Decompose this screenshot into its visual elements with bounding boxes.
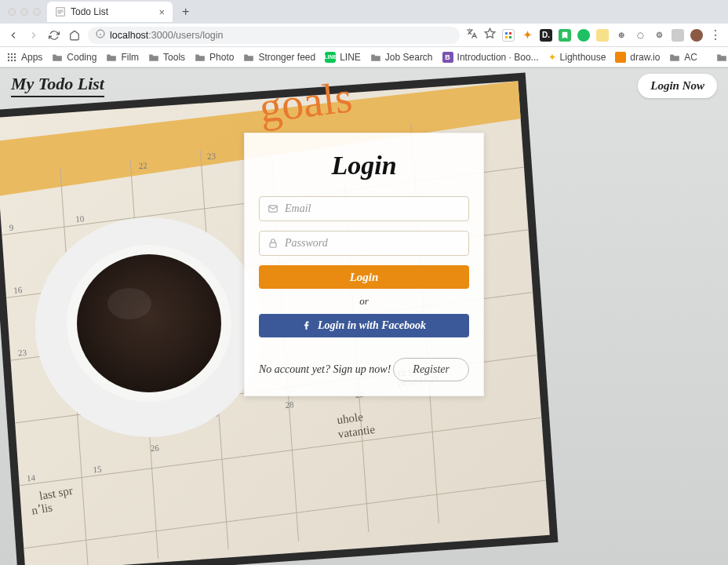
svg-marker-4 bbox=[485, 28, 495, 38]
bookmark-folder[interactable]: Tools bbox=[148, 52, 185, 63]
signup-prompt: No account yet? Sign up now! bbox=[259, 363, 391, 376]
svg-point-11 bbox=[14, 53, 16, 54]
address-bar[interactable]: localhost:3000/users/login bbox=[88, 27, 460, 44]
svg-text:15: 15 bbox=[93, 464, 102, 474]
tab-close-icon[interactable]: × bbox=[158, 6, 165, 18]
svg-point-55 bbox=[77, 254, 221, 392]
svg-rect-5 bbox=[505, 32, 508, 35]
bookmark-folder[interactable]: Film bbox=[106, 52, 139, 63]
extension-icon[interactable]: ✦ bbox=[521, 29, 533, 42]
svg-text:23: 23 bbox=[207, 151, 217, 161]
extension-icon[interactable] bbox=[559, 29, 571, 42]
bookmark-item[interactable]: LINELINE bbox=[325, 52, 361, 63]
extension-icon[interactable]: ⚙ bbox=[653, 29, 665, 42]
signup-row: No account yet? Sign up now! Register bbox=[259, 358, 469, 381]
svg-point-15 bbox=[8, 59, 9, 60]
window-close-dot[interactable] bbox=[8, 8, 16, 16]
apps-button[interactable]: Apps bbox=[6, 52, 42, 63]
page-content: goals 910 1623 1415 2223 bbox=[0, 68, 728, 565]
lock-icon bbox=[268, 238, 278, 249]
svg-point-13 bbox=[11, 56, 13, 57]
svg-text:22: 22 bbox=[138, 160, 147, 170]
svg-text:23: 23 bbox=[17, 348, 27, 358]
svg-point-17 bbox=[14, 59, 16, 60]
bookmark-item[interactable]: draw.io bbox=[615, 52, 660, 63]
svg-text:26: 26 bbox=[150, 443, 159, 453]
extension-icon[interactable]: ◌ bbox=[634, 29, 646, 42]
email-field[interactable] bbox=[285, 202, 460, 215]
extension-icon[interactable]: D. bbox=[540, 29, 552, 42]
window-max-dot[interactable] bbox=[33, 8, 41, 16]
svg-rect-8 bbox=[509, 36, 511, 38]
bookmark-folder[interactable]: AC bbox=[669, 52, 697, 63]
password-field[interactable] bbox=[285, 237, 460, 250]
translate-icon[interactable] bbox=[466, 27, 478, 42]
tab-favicon-icon bbox=[55, 6, 66, 17]
page-topbar: My Todo List Login Now bbox=[0, 68, 728, 103]
profile-avatar-icon[interactable] bbox=[690, 29, 703, 42]
svg-point-12 bbox=[8, 56, 9, 57]
svg-rect-58 bbox=[270, 242, 276, 247]
facebook-login-label: Login in with Facebook bbox=[318, 319, 426, 332]
svg-point-10 bbox=[11, 53, 13, 54]
back-button[interactable] bbox=[6, 28, 20, 42]
password-input-wrap[interactable] bbox=[259, 231, 469, 256]
extension-icon[interactable] bbox=[596, 29, 609, 42]
extension-icon[interactable] bbox=[672, 29, 684, 42]
other-bookmarks[interactable]: Other Bookmarks bbox=[716, 52, 728, 63]
star-icon[interactable] bbox=[484, 27, 496, 42]
svg-point-16 bbox=[11, 59, 13, 60]
svg-text:14: 14 bbox=[27, 472, 36, 483]
svg-rect-6 bbox=[509, 32, 511, 35]
login-button[interactable]: Login bbox=[259, 265, 469, 289]
extension-icon[interactable] bbox=[502, 29, 515, 42]
bookmark-folder[interactable]: Coding bbox=[52, 52, 96, 63]
browser-toolbar: localhost:3000/users/login ✦ D. ⊕ ◌ ⚙ ⋮ bbox=[0, 24, 728, 47]
envelope-icon bbox=[268, 203, 278, 214]
bookmark-item[interactable]: BIntroduction · Boo... bbox=[442, 52, 539, 63]
login-card: Login Login or Login in with Facebook No… bbox=[244, 133, 484, 396]
bookmark-folder[interactable]: Stronger feed bbox=[243, 52, 315, 63]
svg-rect-7 bbox=[505, 36, 508, 38]
tab-title: Todo List bbox=[71, 6, 108, 17]
new-tab-button[interactable]: + bbox=[177, 5, 194, 19]
url-text: localhost:3000/users/login bbox=[110, 30, 224, 41]
extension-icon[interactable]: ⊕ bbox=[615, 29, 628, 42]
svg-point-56 bbox=[107, 288, 151, 319]
facebook-login-button[interactable]: Login in with Facebook bbox=[259, 314, 469, 337]
reload-button[interactable] bbox=[47, 28, 61, 42]
bookmark-folder[interactable]: Photo bbox=[195, 52, 234, 63]
bookmarks-bar: Apps Coding Film Tools Photo Stronger fe… bbox=[0, 47, 728, 67]
site-info-icon[interactable] bbox=[96, 29, 105, 41]
window-controls bbox=[8, 8, 41, 16]
browser-chrome: Todo List × + localhost:3000/users/login… bbox=[0, 0, 728, 68]
window-min-dot[interactable] bbox=[20, 8, 28, 16]
menu-icon[interactable]: ⋮ bbox=[709, 27, 722, 42]
svg-point-9 bbox=[8, 53, 9, 54]
forward-button[interactable] bbox=[27, 28, 41, 42]
svg-text:10: 10 bbox=[75, 213, 85, 224]
login-now-button[interactable]: Login Now bbox=[638, 74, 717, 98]
extension-icon[interactable] bbox=[577, 29, 590, 42]
brand-title[interactable]: My Todo List bbox=[11, 74, 104, 97]
toolbar-extensions: ✦ D. ⊕ ◌ ⚙ ⋮ bbox=[466, 27, 722, 42]
browser-tab[interactable]: Todo List × bbox=[47, 2, 173, 22]
svg-text:16: 16 bbox=[13, 285, 23, 295]
home-button[interactable] bbox=[67, 28, 82, 42]
email-input-wrap[interactable] bbox=[259, 196, 469, 221]
tab-strip: Todo List × + bbox=[0, 0, 728, 24]
bookmark-item[interactable]: ✦Lighthouse bbox=[548, 52, 606, 63]
register-button[interactable]: Register bbox=[393, 358, 469, 381]
bookmark-folder[interactable]: Job Search bbox=[370, 52, 433, 63]
facebook-icon bbox=[302, 321, 311, 330]
or-divider: or bbox=[259, 295, 469, 308]
svg-text:28: 28 bbox=[285, 399, 294, 410]
svg-point-14 bbox=[14, 56, 16, 57]
login-title: Login bbox=[259, 151, 469, 180]
